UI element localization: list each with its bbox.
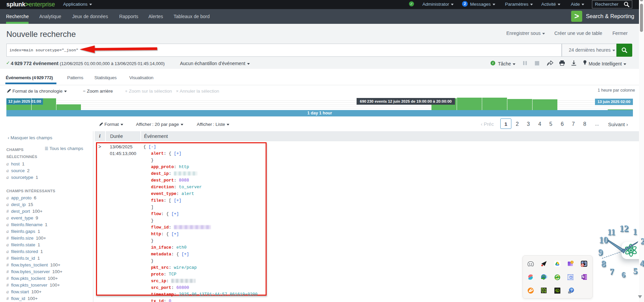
svg-text:?: ? bbox=[570, 288, 573, 292]
svg-text:N: N bbox=[582, 275, 584, 279]
